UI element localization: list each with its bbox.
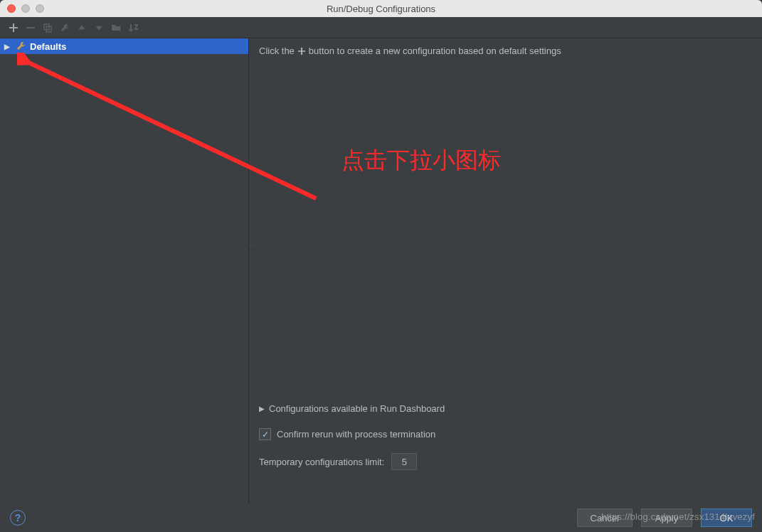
plus-icon xyxy=(9,23,18,33)
confirm-rerun-checkbox[interactable]: ✓ xyxy=(259,428,271,440)
expand-chevron-icon[interactable]: ▶ xyxy=(4,43,13,50)
dialog-footer: ? Cancel Apply OK xyxy=(0,504,762,532)
chevron-right-icon: ▶ xyxy=(259,405,265,413)
copy-icon xyxy=(43,23,53,33)
window-title: Run/Debug Configurations xyxy=(0,4,762,14)
folder-icon xyxy=(111,23,121,33)
tree-item-label: Defaults xyxy=(30,41,66,52)
pane-resizer[interactable]: ⋮ xyxy=(249,242,257,249)
sort-button xyxy=(128,23,138,33)
confirm-rerun-label: Confirm rerun with process termination xyxy=(277,429,435,440)
temp-limit-input[interactable] xyxy=(391,453,417,470)
ok-button[interactable]: OK xyxy=(701,509,752,527)
wrench-icon xyxy=(60,23,70,33)
apply-button[interactable]: Apply xyxy=(641,509,692,527)
add-config-button[interactable] xyxy=(9,23,18,33)
hint-post: button to create a new configuration bas… xyxy=(309,46,561,56)
hint-plus-icon xyxy=(297,47,306,55)
window-titlebar: Run/Debug Configurations xyxy=(0,0,762,17)
minus-icon xyxy=(26,23,36,33)
temp-limit-row: Temporary configurations limit: xyxy=(259,453,752,470)
config-tree[interactable]: ▶ Defaults xyxy=(0,38,249,504)
dashboard-section-header[interactable]: ▶ Configurations available in Run Dashbo… xyxy=(259,403,752,414)
move-up-button xyxy=(77,23,87,33)
cancel-button[interactable]: Cancel xyxy=(577,509,633,527)
temp-limit-label: Temporary configurations limit: xyxy=(259,457,384,467)
svg-rect-0 xyxy=(26,27,35,28)
help-button[interactable]: ? xyxy=(10,510,26,526)
up-triangle-icon xyxy=(77,23,87,33)
empty-hint: Click the button to create a new configu… xyxy=(259,46,752,56)
copy-config-button xyxy=(43,23,53,33)
defaults-icon xyxy=(16,41,26,51)
confirm-rerun-row: ✓ Confirm rerun with process termination xyxy=(259,428,752,440)
save-config-button xyxy=(60,23,70,33)
folder-button xyxy=(111,23,121,33)
main-area: ▶ Defaults Click the button to create a … xyxy=(0,38,762,504)
remove-config-button xyxy=(26,23,36,33)
dashboard-label: Configurations available in Run Dashboar… xyxy=(269,403,445,414)
hint-pre: Click the xyxy=(259,46,295,56)
content-pane: Click the button to create a new configu… xyxy=(249,38,762,504)
move-down-button xyxy=(94,23,104,33)
down-triangle-icon xyxy=(94,23,104,33)
config-toolbar xyxy=(0,17,762,38)
tree-item-defaults[interactable]: ▶ Defaults xyxy=(0,38,248,54)
sort-az-icon xyxy=(128,23,138,33)
